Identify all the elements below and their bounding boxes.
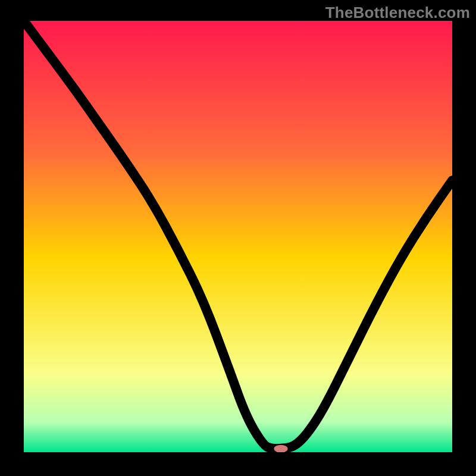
chart-frame: TheBottleneck.com [0,0,476,476]
bottleneck-plot [24,21,452,452]
plot-area [24,21,452,452]
watermark-text: TheBottleneck.com [325,4,470,22]
